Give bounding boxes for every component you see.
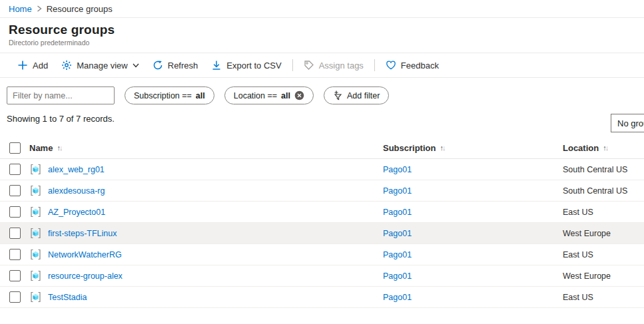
- table-header-row: Name ↑↓ Subscription ↑↓ Location ↑↓: [0, 137, 644, 159]
- sort-icon: ↑↓: [603, 144, 607, 152]
- subscription-link[interactable]: Pago01: [383, 229, 563, 238]
- row-checkbox[interactable]: [9, 164, 21, 175]
- refresh-icon: [153, 60, 163, 71]
- record-count-text: Showing 1 to 7 of 7 records.: [7, 114, 115, 124]
- feedback-button[interactable]: Feedback: [379, 53, 446, 77]
- location-value: East US: [563, 293, 644, 302]
- resource-group-icon: [29, 291, 42, 303]
- table-row[interactable]: alexdesousa-rg Pago01 South Central US: [0, 180, 644, 202]
- add-filter-icon: [333, 90, 343, 101]
- breadcrumb-home-link[interactable]: Home: [9, 4, 32, 14]
- filter-bar: Subscription == all Location == all Add …: [7, 86, 644, 104]
- column-header-subscription[interactable]: Subscription ↑↓: [383, 143, 563, 153]
- row-checkbox[interactable]: [9, 249, 21, 260]
- filter-by-name-input[interactable]: [7, 86, 115, 104]
- breadcrumb: Home Resource groups: [0, 0, 644, 18]
- subscription-link[interactable]: Pago01: [383, 293, 563, 302]
- page-header: Resource groups Directorio predeterminad…: [0, 18, 644, 53]
- breadcrumb-current: Resource groups: [47, 4, 113, 14]
- column-header-name[interactable]: Name ↑↓: [29, 143, 383, 153]
- subscription-link[interactable]: Pago01: [383, 186, 563, 196]
- row-checkbox[interactable]: [9, 228, 21, 239]
- chevron-down-icon: [133, 63, 139, 68]
- table-row[interactable]: resource-group-alex Pago01 West Europe: [0, 265, 644, 287]
- subscription-link[interactable]: Pago01: [383, 271, 563, 281]
- resource-group-name-link[interactable]: AZ_Proyecto01: [48, 208, 383, 217]
- sort-icon: ↑↓: [57, 144, 61, 152]
- tag-icon: [304, 60, 314, 71]
- row-checkbox[interactable]: [9, 291, 21, 303]
- sort-icon: ↑↓: [440, 144, 444, 152]
- location-value: East US: [563, 208, 644, 217]
- row-checkbox[interactable]: [9, 206, 21, 218]
- subscription-link[interactable]: Pago01: [383, 208, 563, 217]
- location-value: South Central US: [563, 186, 644, 196]
- resource-group-icon: [29, 206, 42, 218]
- subscription-link[interactable]: Pago01: [383, 250, 563, 259]
- table-body: alex_web_rg01 Pago01 South Central US al…: [0, 159, 644, 308]
- resource-group-name-link[interactable]: resource-group-alex: [48, 271, 383, 281]
- add-button[interactable]: Add: [11, 53, 55, 77]
- table-row[interactable]: TestStadia Pago01 East US: [0, 287, 644, 308]
- location-value: West Europe: [563, 229, 644, 238]
- resource-group-name-link[interactable]: NetworkWatcherRG: [48, 250, 383, 259]
- location-value: South Central US: [563, 165, 644, 174]
- location-filter-pill[interactable]: Location == all: [224, 86, 314, 104]
- resource-group-icon: [29, 248, 42, 261]
- resource-group-icon: [29, 227, 42, 240]
- command-bar: Add Manage view Refresh Export to CSV: [0, 53, 644, 78]
- resource-group-name-link[interactable]: first-steps-TFLinux: [48, 229, 383, 238]
- location-value: West Europe: [563, 271, 644, 281]
- subscription-link[interactable]: Pago01: [383, 165, 563, 174]
- heart-icon: [386, 60, 396, 71]
- download-icon: [211, 60, 222, 71]
- row-checkbox[interactable]: [9, 270, 21, 281]
- assign-tags-button[interactable]: Assign tags: [297, 53, 370, 77]
- export-csv-button[interactable]: Export to CSV: [204, 53, 288, 77]
- resource-group-name-link[interactable]: alex_web_rg01: [48, 165, 383, 174]
- breadcrumb-chevron-icon: [37, 5, 42, 12]
- row-checkbox[interactable]: [9, 185, 21, 196]
- clear-filter-icon[interactable]: [294, 90, 304, 100]
- resource-group-name-link[interactable]: TestStadia: [48, 293, 383, 302]
- resource-group-name-link[interactable]: alexdesousa-rg: [48, 186, 383, 196]
- refresh-button[interactable]: Refresh: [146, 53, 205, 77]
- toolbar-divider: [374, 59, 375, 71]
- resource-group-icon: [29, 163, 42, 176]
- manage-view-button[interactable]: Manage view: [55, 53, 146, 77]
- location-value: East US: [563, 250, 644, 259]
- resource-group-icon: [29, 269, 42, 282]
- table-row[interactable]: first-steps-TFLinux Pago01 West Europe: [0, 223, 644, 244]
- page-title: Resource groups: [9, 23, 644, 37]
- plus-icon: [17, 60, 28, 71]
- resource-groups-table: Name ↑↓ Subscription ↑↓ Location ↑↓ alex…: [0, 137, 644, 308]
- toolbar-divider: [292, 59, 293, 71]
- gear-icon: [61, 60, 72, 71]
- add-filter-pill[interactable]: Add filter: [324, 86, 389, 104]
- table-row[interactable]: AZ_Proyecto01 Pago01 East US: [0, 202, 644, 223]
- resource-group-icon: [29, 184, 42, 197]
- summary-bar: Showing 1 to 7 of 7 records. No grouping: [7, 114, 644, 127]
- column-header-location[interactable]: Location ↑↓: [563, 143, 644, 153]
- subscription-filter-pill[interactable]: Subscription == all: [125, 86, 214, 104]
- table-row[interactable]: alex_web_rg01 Pago01 South Central US: [0, 159, 644, 180]
- select-all-checkbox[interactable]: [9, 142, 21, 154]
- table-row[interactable]: NetworkWatcherRG Pago01 East US: [0, 244, 644, 265]
- grouping-dropdown[interactable]: No grouping: [611, 114, 644, 132]
- directory-subtitle: Directorio predeterminado: [9, 39, 644, 47]
